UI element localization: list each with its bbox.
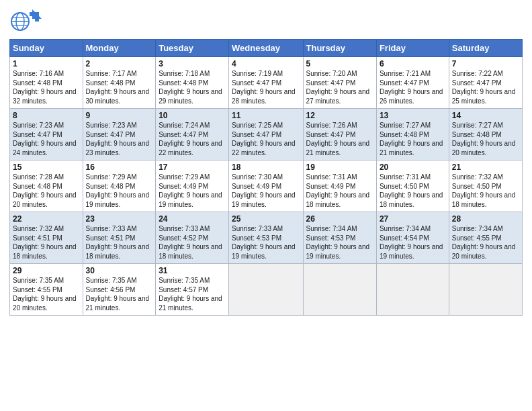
calendar-cell: 11Sunrise: 7:25 AMSunset: 4:47 PMDayligh… [229, 109, 303, 161]
day-info: Sunrise: 7:34 AMSunset: 4:54 PMDaylight:… [380, 224, 446, 261]
day-number: 23 [86, 214, 153, 224]
day-info: Sunrise: 7:35 AMSunset: 4:56 PMDaylight:… [86, 276, 153, 312]
calendar-cell [376, 264, 449, 316]
day-info: Sunrise: 7:23 AMSunset: 4:47 PMDaylight:… [13, 121, 80, 157]
day-info: Sunrise: 7:19 AMSunset: 4:47 PMDaylight:… [232, 69, 300, 105]
day-number: 16 [86, 163, 153, 172]
calendar-cell: 7Sunrise: 7:22 AMSunset: 4:47 PMDaylight… [449, 57, 522, 109]
day-info: Sunrise: 7:31 AMSunset: 4:49 PMDaylight:… [306, 173, 373, 209]
calendar-cell: 12Sunrise: 7:26 AMSunset: 4:47 PMDayligh… [303, 109, 376, 161]
day-number: 5 [306, 59, 373, 68]
day-info: Sunrise: 7:33 AMSunset: 4:53 PMDaylight:… [232, 224, 300, 261]
calendar-cell: 6Sunrise: 7:21 AMSunset: 4:47 PMDaylight… [376, 57, 449, 109]
weekday-friday: Friday [376, 40, 449, 57]
day-info: Sunrise: 7:18 AMSunset: 4:48 PMDaylight:… [159, 69, 226, 105]
weekday-saturday: Saturday [449, 40, 522, 57]
day-number: 25 [232, 214, 300, 224]
calendar-cell: 29Sunrise: 7:35 AMSunset: 4:55 PMDayligh… [10, 264, 83, 316]
day-number: 28 [452, 214, 519, 224]
day-number: 1 [13, 59, 80, 68]
calendar-cell: 2Sunrise: 7:17 AMSunset: 4:48 PMDaylight… [83, 57, 156, 109]
day-number: 27 [380, 214, 446, 224]
calendar-cell: 15Sunrise: 7:28 AMSunset: 4:48 PMDayligh… [10, 161, 83, 212]
weekday-thursday: Thursday [303, 40, 376, 57]
calendar-week-5: 29Sunrise: 7:35 AMSunset: 4:55 PMDayligh… [10, 264, 523, 316]
day-number: 24 [159, 214, 226, 224]
day-info: Sunrise: 7:34 AMSunset: 4:53 PMDaylight:… [306, 224, 373, 261]
weekday-monday: Monday [83, 40, 156, 57]
day-number: 6 [380, 59, 446, 68]
day-info: Sunrise: 7:24 AMSunset: 4:47 PMDaylight:… [159, 121, 226, 157]
day-info: Sunrise: 7:28 AMSunset: 4:48 PMDaylight:… [13, 173, 80, 209]
day-number: 4 [232, 59, 300, 68]
calendar-cell: 28Sunrise: 7:34 AMSunset: 4:55 PMDayligh… [449, 212, 522, 264]
day-info: Sunrise: 7:25 AMSunset: 4:47 PMDaylight:… [232, 121, 300, 157]
day-number: 8 [13, 111, 80, 120]
day-number: 13 [380, 111, 446, 120]
day-number: 30 [86, 266, 153, 275]
calendar-cell [303, 264, 376, 316]
day-number: 3 [159, 59, 226, 68]
day-number: 15 [13, 163, 80, 172]
day-number: 22 [13, 214, 80, 224]
calendar-cell: 26Sunrise: 7:34 AMSunset: 4:53 PMDayligh… [303, 212, 376, 264]
calendar-cell: 4Sunrise: 7:19 AMSunset: 4:47 PMDaylight… [229, 57, 303, 109]
day-info: Sunrise: 7:29 AMSunset: 4:48 PMDaylight:… [86, 173, 153, 209]
page-header [9, 7, 523, 34]
calendar-cell: 25Sunrise: 7:33 AMSunset: 4:53 PMDayligh… [229, 212, 303, 264]
day-info: Sunrise: 7:29 AMSunset: 4:49 PMDaylight:… [159, 173, 226, 209]
day-number: 2 [86, 59, 153, 68]
day-number: 18 [232, 163, 300, 172]
calendar-cell: 1Sunrise: 7:16 AMSunset: 4:48 PMDaylight… [10, 57, 83, 109]
calendar-cell: 8Sunrise: 7:23 AMSunset: 4:47 PMDaylight… [10, 109, 83, 161]
logo [9, 7, 44, 34]
day-info: Sunrise: 7:26 AMSunset: 4:47 PMDaylight:… [306, 121, 373, 157]
calendar-cell: 21Sunrise: 7:32 AMSunset: 4:50 PMDayligh… [449, 161, 522, 212]
calendar-cell: 5Sunrise: 7:20 AMSunset: 4:47 PMDaylight… [303, 57, 376, 109]
logo-icon [9, 7, 42, 34]
weekday-sunday: Sunday [10, 40, 83, 57]
calendar-table: SundayMondayTuesdayWednesdayThursdayFrid… [9, 39, 523, 316]
day-info: Sunrise: 7:32 AMSunset: 4:50 PMDaylight:… [452, 173, 519, 209]
calendar-cell: 3Sunrise: 7:18 AMSunset: 4:48 PMDaylight… [156, 57, 229, 109]
day-info: Sunrise: 7:33 AMSunset: 4:52 PMDaylight:… [159, 224, 226, 261]
day-number: 21 [452, 163, 519, 172]
day-number: 10 [159, 111, 226, 120]
day-number: 31 [159, 266, 226, 275]
day-info: Sunrise: 7:20 AMSunset: 4:47 PMDaylight:… [306, 69, 373, 105]
calendar-cell: 30Sunrise: 7:35 AMSunset: 4:56 PMDayligh… [83, 264, 156, 316]
weekday-wednesday: Wednesday [229, 40, 303, 57]
day-number: 19 [306, 163, 373, 172]
calendar-cell: 13Sunrise: 7:27 AMSunset: 4:48 PMDayligh… [376, 109, 449, 161]
weekday-header-row: SundayMondayTuesdayWednesdayThursdayFrid… [10, 40, 523, 57]
day-number: 29 [13, 266, 80, 275]
day-info: Sunrise: 7:27 AMSunset: 4:48 PMDaylight:… [452, 121, 519, 157]
day-number: 20 [380, 163, 446, 172]
day-info: Sunrise: 7:27 AMSunset: 4:48 PMDaylight:… [380, 121, 446, 157]
calendar-cell: 27Sunrise: 7:34 AMSunset: 4:54 PMDayligh… [376, 212, 449, 264]
day-number: 17 [159, 163, 226, 172]
calendar-cell: 16Sunrise: 7:29 AMSunset: 4:48 PMDayligh… [83, 161, 156, 212]
day-info: Sunrise: 7:35 AMSunset: 4:55 PMDaylight:… [13, 276, 80, 312]
calendar-body: 1Sunrise: 7:16 AMSunset: 4:48 PMDaylight… [10, 57, 523, 316]
weekday-tuesday: Tuesday [156, 40, 229, 57]
calendar-cell: 14Sunrise: 7:27 AMSunset: 4:48 PMDayligh… [449, 109, 522, 161]
calendar-cell [449, 264, 522, 316]
page-container: SundayMondayTuesdayWednesdayThursdayFrid… [0, 0, 532, 321]
calendar-header: SundayMondayTuesdayWednesdayThursdayFrid… [10, 40, 523, 57]
day-info: Sunrise: 7:21 AMSunset: 4:47 PMDaylight:… [380, 69, 446, 105]
calendar-cell: 18Sunrise: 7:30 AMSunset: 4:49 PMDayligh… [229, 161, 303, 212]
day-number: 14 [452, 111, 519, 120]
day-info: Sunrise: 7:35 AMSunset: 4:57 PMDaylight:… [159, 276, 226, 312]
day-info: Sunrise: 7:16 AMSunset: 4:48 PMDaylight:… [13, 69, 80, 105]
calendar-week-4: 22Sunrise: 7:32 AMSunset: 4:51 PMDayligh… [10, 212, 523, 264]
calendar-cell: 31Sunrise: 7:35 AMSunset: 4:57 PMDayligh… [156, 264, 229, 316]
day-info: Sunrise: 7:22 AMSunset: 4:47 PMDaylight:… [452, 69, 519, 105]
calendar-cell: 23Sunrise: 7:33 AMSunset: 4:51 PMDayligh… [83, 212, 156, 264]
calendar-cell: 19Sunrise: 7:31 AMSunset: 4:49 PMDayligh… [303, 161, 376, 212]
day-number: 7 [452, 59, 519, 68]
calendar-cell: 10Sunrise: 7:24 AMSunset: 4:47 PMDayligh… [156, 109, 229, 161]
svg-marker-6 [32, 9, 42, 19]
day-info: Sunrise: 7:31 AMSunset: 4:50 PMDaylight:… [380, 173, 446, 209]
calendar-cell [229, 264, 303, 316]
